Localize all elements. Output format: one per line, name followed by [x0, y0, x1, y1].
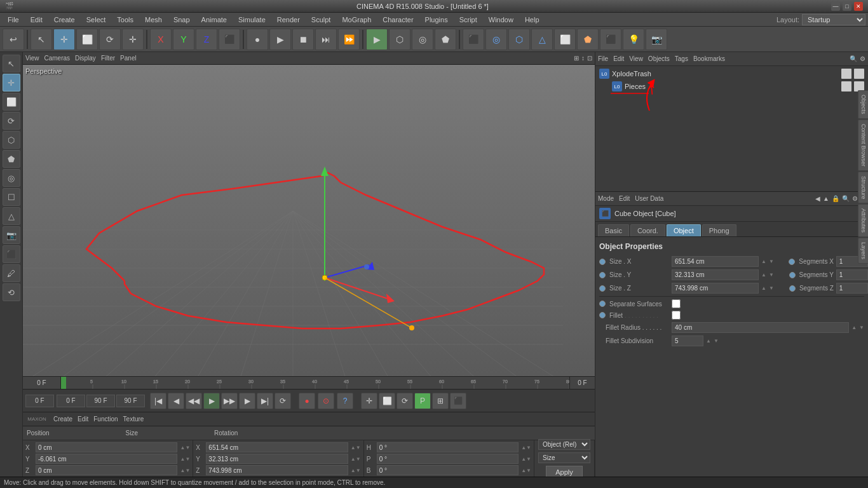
rot-p-input[interactable] — [377, 454, 519, 464]
primitives-plane[interactable]: ⬜ — [554, 29, 576, 50]
obj-file[interactable]: File — [598, 55, 608, 62]
tool-select[interactable]: ↖ — [3, 55, 20, 72]
obj-objects[interactable]: Objects — [648, 55, 670, 62]
tab-coord[interactable]: Coord. — [630, 224, 665, 236]
attr-fillet-subdiv[interactable] — [672, 336, 703, 346]
tab-phong[interactable]: Phong — [702, 224, 736, 236]
key-special-btn[interactable]: ⬛ — [450, 393, 466, 409]
size-z-input[interactable] — [206, 465, 348, 475]
anim-record[interactable]: ● — [247, 29, 268, 50]
coord-btn[interactable]: ⬛ — [219, 29, 240, 50]
x-axis-btn[interactable]: X — [150, 29, 172, 50]
tool-polygon[interactable]: ⬡ — [3, 131, 20, 149]
vp-panel[interactable]: Panel — [120, 55, 137, 62]
menu-script[interactable]: Script — [454, 15, 482, 25]
key-obj-btn[interactable]: P — [414, 393, 431, 409]
tool-undo-cam[interactable]: ⟲ — [3, 283, 20, 301]
tool-move[interactable]: ✛ — [3, 74, 20, 92]
vert-tab-layers[interactable]: Layers — [858, 238, 868, 264]
seg-x-radio[interactable] — [789, 259, 795, 265]
menu-character[interactable]: Character — [377, 15, 418, 25]
go-end-btn[interactable]: ▶| — [257, 393, 273, 409]
menu-animate[interactable]: Animate — [196, 15, 232, 25]
vp-btn-2[interactable]: ↕ — [581, 55, 585, 62]
size-z-radio[interactable] — [599, 285, 606, 292]
sep-surf-radio[interactable] — [599, 301, 606, 307]
menu-simulate[interactable]: Simulate — [233, 15, 271, 25]
render-full[interactable]: ⬟ — [435, 29, 456, 50]
menu-mesh[interactable]: Mesh — [140, 15, 167, 25]
bottom-create[interactable]: Create — [53, 416, 72, 423]
record-btn[interactable]: ● — [299, 393, 315, 409]
render-preview[interactable]: ◎ — [412, 29, 433, 50]
render-view[interactable]: ▶ — [366, 29, 388, 50]
obj-vis-pieces1[interactable] — [841, 81, 851, 92]
nurbs-tool[interactable]: ⬟ — [577, 29, 599, 50]
obj-item-xplodetrash[interactable]: L0 XplodeTrash — [597, 67, 867, 80]
vert-tab-structure[interactable]: Structure — [858, 172, 868, 204]
vp-view[interactable]: View — [25, 55, 39, 62]
obj-vis-xplode2[interactable] — [854, 69, 864, 79]
attr-size-z[interactable] — [672, 283, 759, 294]
attr-size-y[interactable] — [672, 269, 759, 280]
anim-play[interactable]: ▶ — [269, 29, 291, 50]
anim-skip[interactable]: ⏩ — [338, 29, 360, 50]
size-y-input[interactable] — [206, 454, 348, 464]
maximize-button[interactable]: □ — [843, 2, 851, 11]
menu-create[interactable]: Create — [49, 15, 80, 25]
bottom-edit[interactable]: Edit — [78, 416, 88, 423]
primitives-cube[interactable]: ⬛ — [463, 29, 484, 50]
obj-tags[interactable]: Tags — [675, 55, 688, 62]
sep-surf-checkbox[interactable] — [672, 299, 681, 308]
timeline-track[interactable]: 5 10 15 20 25 30 35 40 45 50 55 60 65 70 — [61, 377, 569, 389]
key-all-btn[interactable]: ⊞ — [432, 393, 449, 409]
fillet-subdiv-up[interactable]: ▲ — [706, 338, 711, 344]
tab-basic[interactable]: Basic — [598, 224, 629, 236]
tab-object[interactable]: Object — [667, 224, 701, 236]
attr-mode[interactable]: Mode — [598, 195, 614, 202]
rot-h-arrows[interactable]: ▲▼ — [521, 445, 531, 451]
size-y-down[interactable]: ▼ — [769, 272, 774, 278]
attr-nav-up[interactable]: ▲ — [823, 195, 829, 202]
attr-size-x[interactable] — [672, 256, 759, 267]
minimize-button[interactable]: — — [831, 2, 840, 11]
anim-stop[interactable]: ⏹ — [292, 29, 314, 50]
obj-search-icon[interactable]: 🔍 — [850, 55, 857, 62]
rot-b-arrows[interactable]: ▲▼ — [521, 468, 531, 473]
tool-rotate[interactable]: ⟳ — [3, 112, 20, 130]
fillet-radius-down[interactable]: ▼ — [859, 325, 864, 330]
primitives-cone[interactable]: △ — [531, 29, 553, 50]
size-x-down[interactable]: ▼ — [769, 259, 774, 264]
pos-x-arrows[interactable]: ▲▼ — [180, 445, 190, 451]
play-btn[interactable]: ▶ — [203, 393, 220, 409]
tool-camera[interactable]: 📷 — [3, 226, 20, 244]
seg-y-radio[interactable] — [789, 272, 796, 278]
help-btn[interactable]: ? — [337, 393, 353, 409]
next-btn[interactable]: ▶▶ — [221, 393, 238, 409]
current-frame-input[interactable] — [25, 395, 54, 407]
obj-item-pieces[interactable]: L0 Pieces — [597, 80, 867, 93]
size-x-radio[interactable] — [599, 259, 606, 265]
scale-tool[interactable]: ⬜ — [76, 29, 98, 50]
pos-y-arrows[interactable]: ▲▼ — [180, 456, 190, 462]
attr-seg-y[interactable] — [836, 269, 868, 280]
bottom-function[interactable]: Function — [93, 416, 118, 423]
menu-sculpt[interactable]: Sculpt — [306, 15, 336, 25]
menu-window[interactable]: Window — [484, 15, 519, 25]
vp-btn-1[interactable]: ⊞ — [574, 55, 579, 62]
camera-tool[interactable]: 📷 — [646, 29, 667, 50]
menu-help[interactable]: Help — [520, 15, 545, 25]
end-frame-input2[interactable] — [116, 395, 145, 407]
obj-vis-xplode1[interactable] — [841, 69, 851, 79]
key-move-btn[interactable]: ✛ — [361, 393, 377, 409]
size-y-arrows[interactable]: ▲▼ — [351, 456, 361, 462]
pos-x-input[interactable] — [36, 442, 177, 452]
size-x-up[interactable]: ▲ — [761, 259, 766, 264]
size-y-radio[interactable] — [599, 272, 606, 278]
y-axis-btn[interactable]: Y — [173, 29, 194, 50]
go-start-btn[interactable]: |◀ — [150, 393, 166, 409]
key-rot-btn[interactable]: ⟳ — [397, 393, 413, 409]
fillet-checkbox[interactable] — [672, 311, 681, 320]
rot-h-input[interactable] — [377, 442, 519, 452]
obj-bookmarks[interactable]: Bookmarks — [693, 55, 725, 62]
